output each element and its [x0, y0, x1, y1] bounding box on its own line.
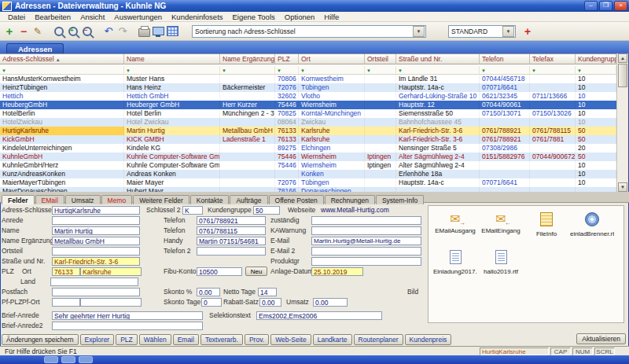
grid-cell[interactable]: Nensinger Straße 5 — [396, 144, 480, 153]
handy-input[interactable]: Martin 07151/54681 — [197, 237, 266, 245]
attachment-item[interactable]: einladBrenner.rtf — [570, 212, 614, 247]
column-header-telefax[interactable]: Telefax — [530, 54, 576, 64]
grid-cell[interactable]: Wiernsheim — [299, 153, 365, 161]
grid-cell[interactable]: 20 — [576, 144, 616, 153]
minimize-button[interactable]: – — [584, 1, 598, 11]
grid-row[interactable]: HeubergGmbHHeuberger GmbHHerr Kurzer7544… — [0, 101, 616, 109]
grid-cell[interactable]: 10 — [576, 170, 616, 178]
grid-cell[interactable]: 76133 — [275, 135, 299, 144]
filter-icon[interactable]: ▼ — [300, 68, 305, 73]
footer-button-explorer[interactable]: Explorer — [80, 334, 115, 345]
grid-cell[interactable]: 07071/6641 — [480, 178, 530, 187]
grid-cell[interactable]: 10 — [576, 101, 616, 109]
grid-cell[interactable] — [220, 75, 275, 83]
grid-cell[interactable]: Vlotho — [299, 92, 365, 101]
grid-row[interactable]: KuhnleGmbH/HerzKuhnle Computer-Software … — [0, 161, 616, 170]
grid-cell[interactable]: Iptingen — [365, 161, 396, 170]
grid-cell[interactable]: 10 — [576, 83, 616, 92]
scroll-down-icon[interactable]: ▼ — [618, 182, 627, 192]
grid-cell[interactable] — [220, 144, 275, 153]
grid-cell[interactable]: 50 — [576, 135, 616, 144]
grid-row[interactable]: KunzAndreasKonkenAndreas KonkenKonkenErl… — [0, 170, 616, 178]
grid-cell[interactable]: Ladenstraße 1 — [220, 135, 275, 144]
grid-cell[interactable]: Siemensstraße 50 — [396, 109, 480, 118]
grid-cell[interactable]: 07044/90061 — [480, 101, 530, 109]
email2-input[interactable] — [311, 247, 421, 256]
grid-cell[interactable]: Bäckermeister — [220, 83, 275, 92]
grid-cell[interactable]: 0761/7881 — [530, 135, 576, 144]
land-input[interactable] — [50, 278, 138, 286]
grid-cell[interactable] — [365, 127, 396, 135]
grid-cell[interactable] — [480, 118, 530, 127]
grid-cell[interactable]: 0761/788921 — [480, 135, 530, 144]
grid-cell[interactable]: 70825 — [275, 109, 299, 118]
grid-cell[interactable]: Hettich — [0, 92, 124, 101]
zoom-out-button[interactable] — [80, 24, 94, 39]
grid-row[interactable]: HotelBerlinHotel BerlinMünchingen 2 - 37… — [0, 109, 616, 118]
grid-cell[interactable]: 10 — [576, 109, 616, 118]
column-header-nameergnzung[interactable]: Name Ergänzung — [220, 54, 275, 64]
footer-button-webseite[interactable]: Web-Seite — [270, 334, 311, 345]
column-header-name[interactable]: Name — [124, 54, 220, 64]
footer-button-textverarb[interactable]: Textverarb. — [200, 334, 243, 345]
grid-cell[interactable] — [530, 75, 576, 83]
grid-cell[interactable]: Heuberger GmbH — [124, 101, 220, 109]
grid-cell[interactable]: Herr Kurzer — [220, 101, 275, 109]
column-header-straeundnr[interactable]: Straße und Nr. — [396, 54, 480, 64]
kundengruppe-input[interactable]: 50 — [253, 206, 280, 215]
grid-cell[interactable]: Wiernsheim — [299, 161, 365, 170]
grid-cell[interactable]: Karlsruhe — [299, 135, 365, 144]
column-header-kundengruppe[interactable]: Kundengruppe — [576, 54, 616, 64]
menu-kundeninfosets[interactable]: Kundeninfosets — [167, 13, 228, 21]
grid-cell[interactable] — [530, 170, 576, 178]
chevron-down-icon[interactable]: ▼ — [413, 26, 425, 37]
grid-cell[interactable]: KunzAndreasKonken — [0, 170, 124, 178]
grid-cell[interactable] — [365, 178, 396, 187]
filter-icon[interactable]: ▼ — [126, 68, 131, 73]
grid-scrollbar[interactable]: ▲ ▼ — [616, 53, 627, 192]
view-combobox[interactable]: STANDARD ▼ — [448, 25, 516, 38]
grid-cell[interactable]: 10 — [576, 161, 616, 170]
grid-cell[interactable]: 50 — [576, 127, 616, 135]
grid-cell[interactable]: 07044/900672 — [530, 153, 576, 161]
undo-button[interactable] — [101, 24, 116, 39]
footer-button-kundenpreis[interactable]: Kundenpreis — [405, 334, 452, 345]
skontotage-input[interactable]: 0 — [201, 298, 222, 307]
grid-row[interactable]: HotelZwickauHotel Zwickau08064ZwickauBah… — [0, 118, 616, 127]
grid-cell[interactable]: 0761/788115 — [530, 127, 576, 135]
grid-cell[interactable]: 10 — [576, 92, 616, 101]
grid-cell[interactable]: HurtigKarlsruhe — [0, 127, 124, 135]
taskbar-item[interactable] — [79, 356, 93, 363]
grid-cell[interactable]: KICK GMBH — [124, 135, 220, 144]
grid-cell[interactable]: 0621/32345 — [480, 92, 530, 101]
grid-cell[interactable]: Muster Hans — [124, 75, 220, 83]
grid-cell[interactable] — [365, 75, 396, 83]
grid-row[interactable]: KuhnleGmbHKuhnle Computer-Software GmbH7… — [0, 153, 616, 161]
grid-cell[interactable]: Karl-Friedrich-Str. 3-6 — [396, 135, 480, 144]
column-header-ortsteil[interactable]: Ortsteil — [365, 54, 396, 64]
footer-button-whlen[interactable]: Wählen — [139, 334, 171, 345]
grid-row[interactable]: HurtigKarlsruheMartin HurtigMetallbau Gm… — [0, 127, 616, 135]
menu-auswertungen[interactable]: Auswertungen — [109, 13, 167, 21]
filter-icon[interactable]: ▼ — [532, 68, 536, 73]
grid-cell[interactable]: 07044/456718 — [480, 75, 530, 83]
column-header-ort[interactable]: Ort — [299, 54, 365, 64]
attachment-item[interactable]: FileInfo — [524, 212, 568, 247]
grid-cell[interactable]: Hans Heinz — [124, 83, 220, 92]
add-button[interactable] — [2, 24, 17, 39]
grid-cell[interactable]: Gerhard-Lüking-Straße 10 — [396, 92, 480, 101]
grid-cell[interactable]: 70806 — [275, 75, 299, 83]
telefonb-input[interactable]: 0761/788115 — [197, 226, 266, 235]
grid-cell[interactable]: 10 — [576, 75, 616, 83]
kawarnung-input[interactable] — [311, 226, 421, 235]
grid-cell[interactable] — [220, 118, 275, 127]
briefanrede-input[interactable]: Sehr geehrter Herr Hurtig — [52, 311, 203, 320]
ort-input[interactable]: Karlsruhe — [80, 267, 142, 276]
sort-order-combobox[interactable]: Sortierung nach Adress-Schlüssel ▼ — [192, 25, 426, 38]
grid-cell[interactable]: HeubergGmbH — [0, 101, 124, 109]
grid-cell[interactable]: Hauptstr. 12 — [396, 101, 480, 109]
grid-cell[interactable]: Bahnhofchaussee 45 — [396, 118, 480, 127]
refresh-button[interactable]: Aktualisieren — [576, 333, 626, 344]
grid-cell[interactable]: Tübingen — [299, 83, 365, 92]
filter-icon[interactable]: ▼ — [2, 68, 6, 73]
